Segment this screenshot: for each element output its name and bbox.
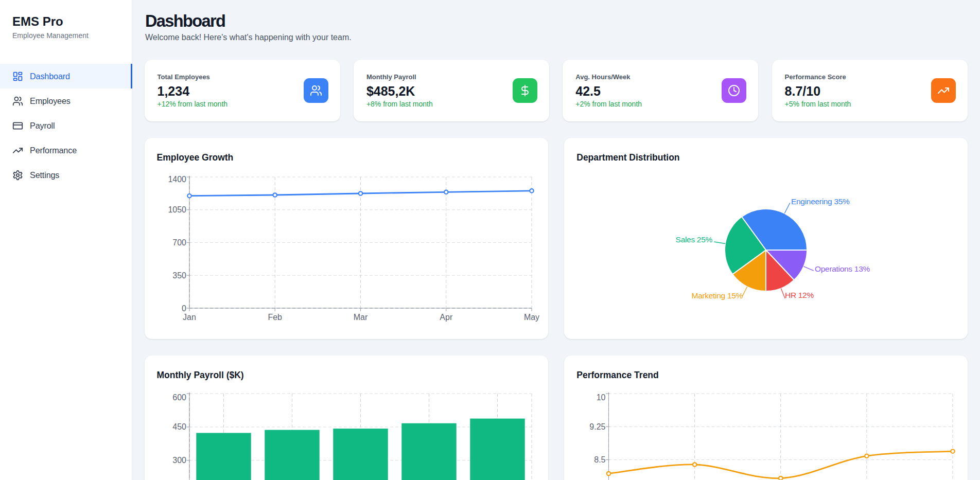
svg-text:700: 700 [172, 238, 186, 247]
svg-text:450: 450 [172, 422, 186, 431]
svg-text:Feb: Feb [268, 313, 282, 322]
svg-text:10: 10 [597, 393, 606, 402]
svg-text:Mar: Mar [353, 313, 367, 322]
svg-text:8.5: 8.5 [594, 455, 606, 464]
svg-text:HR 12%: HR 12% [785, 291, 814, 299]
svg-text:Jan: Jan [183, 313, 196, 322]
svg-text:1050: 1050 [168, 205, 186, 214]
svg-text:300: 300 [172, 456, 186, 465]
svg-text:Marketing 15%: Marketing 15% [692, 291, 743, 300]
svg-text:Apr: Apr [440, 313, 453, 322]
svg-text:1400: 1400 [168, 175, 186, 184]
svg-text:Sales 25%: Sales 25% [676, 235, 713, 244]
svg-text:350: 350 [172, 271, 186, 280]
svg-text:0: 0 [182, 304, 186, 313]
svg-text:600: 600 [172, 393, 186, 402]
svg-text:Engineering 35%: Engineering 35% [791, 197, 850, 206]
svg-text:9.25: 9.25 [590, 422, 606, 431]
svg-text:May: May [523, 313, 539, 322]
svg-text:Operations 13%: Operations 13% [815, 264, 870, 273]
